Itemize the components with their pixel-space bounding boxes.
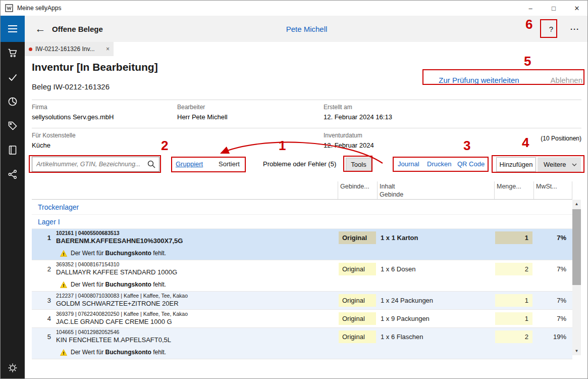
tab-strip: IW-0212-161326 Inv... × [25,42,588,56]
more-dropdown[interactable]: Weitere [538,157,581,172]
gebinde-cell[interactable]: Original [339,263,376,275]
window-title: Meine sellyApps [17,5,61,12]
article-code: 102161 | 04005500683513 [56,230,338,236]
scroll-up-icon[interactable]: ▲ [572,200,581,208]
bearbeiter-label: Bearbeiter [177,104,205,111]
unsaved-indicator-dot [29,48,32,51]
vertical-scrollbar[interactable]: ▲ ▼ [572,200,581,355]
row-number: 1 [32,234,55,242]
menge-cell[interactable]: 1 [495,312,532,325]
menge-cell[interactable]: 1 [495,231,532,244]
firma-value: sellysolutions Serv.ges.mbH [32,113,114,121]
inhalt-cell: 1 x 6 Flaschen [377,333,494,341]
table-row[interactable]: 1 102161 | 04005500683513 BAERENM.KAFFEE… [32,229,572,260]
table-header-row: Gebinde... Inhalt Gebinde Menge... MwSt.… [32,181,572,200]
chevron-down-icon [572,163,577,166]
document-tab[interactable]: IW-0212-161326 Inv... × [25,42,114,56]
pie-chart-icon[interactable] [7,96,18,107]
header-menge[interactable]: Menge... [494,181,533,199]
sorted-toggle[interactable]: Sortiert [219,160,240,168]
menge-cell[interactable]: 2 [495,263,532,275]
share-icon[interactable] [7,169,18,180]
inhalt-cell: 1 x 1 Karton [377,234,494,242]
menge-cell[interactable]: 1 [495,294,532,307]
scrollbar-thumb[interactable] [572,209,581,285]
tag-icon[interactable] [7,120,18,131]
qr-code-link[interactable]: QR Code [457,160,485,168]
search-input[interactable] [32,157,146,171]
row-number: 2 [32,265,55,273]
erstellt-label: Erstellt am [324,104,352,111]
minimize-button[interactable]: – [519,1,542,16]
warning-icon: ! [60,281,67,288]
inhalt-cell: 1 x 9 Packungen [377,315,494,322]
gebinde-cell[interactable]: Original [339,231,376,244]
tools-button[interactable]: Tools [346,158,371,171]
close-button[interactable]: ✕ [565,1,588,16]
check-icon[interactable] [7,72,18,83]
svg-text:!: ! [63,283,65,288]
print-link[interactable]: Drucken [427,160,451,168]
back-arrow-icon[interactable]: ← [33,23,48,35]
header-inhalt[interactable]: Inhalt Gebinde [377,181,494,199]
article-code: 212237 | 04008071030083 | Kaffee | Kaffe… [56,293,338,299]
divider [32,100,581,100]
row-warning: ! Der Wert für Buchungskonto fehlt. [32,278,572,291]
gebinde-cell[interactable]: Original [339,330,376,343]
tab-label: IW-0212-161326 Inv... [35,45,95,53]
article-name: KIN FENCHELTEE M.APFELSAFT0,5L [56,336,338,345]
row-number: 4 [32,315,55,322]
reject-button[interactable]: Ablehnen [551,76,582,84]
kostenstelle-value: Küche [32,141,50,149]
row-warning: ! Der Wert für Buchungskonto fehlt. [32,346,572,359]
gear-icon[interactable] [7,362,18,373]
problems-count[interactable]: Probleme oder Fehler (5) [263,160,336,168]
mwst-cell: 7% [533,234,572,242]
kostenstelle-label: Für Kostenstelle [32,132,76,139]
search-icon[interactable] [146,159,157,170]
user-name[interactable]: Pete Michell [25,25,588,33]
grouped-toggle[interactable]: Gruppiert [176,160,203,168]
mwst-cell: 7% [533,315,572,322]
header-mwst[interactable]: MwSt... [533,181,572,199]
table-row[interactable]: 3 212237 | 04008071030083 | Kaffee | Kaf… [32,292,572,310]
header-gebinde[interactable]: Gebinde... [338,181,377,199]
app-header: ← Offene Belege Pete Michell ? ··· [25,16,588,42]
group-header-trockenlager[interactable]: Trockenlager [32,200,572,215]
scroll-down-icon[interactable]: ▼ [572,347,581,355]
svg-text:!: ! [63,252,65,257]
warning-icon: ! [60,349,67,356]
header-spacer [32,181,338,199]
more-options-button[interactable]: ··· [567,22,582,36]
tab-close-icon[interactable]: × [106,45,110,53]
forward-for-review-button[interactable]: Zur Prüfung weiterleiten [439,76,519,84]
table-row[interactable]: 2 369352 | 04008167154310 DALLMAYR KAFFE… [32,260,572,292]
gebinde-cell[interactable]: Original [339,312,376,325]
table-row[interactable]: 4 369379 | 07622400820250 | Kaffee | Kaf… [32,310,572,328]
help-button[interactable]: ? [544,22,558,36]
bearbeiter-value: Herr Pete Michell [177,113,228,121]
gebinde-cell[interactable]: Original [339,294,376,307]
divider [32,128,581,128]
inhalt-cell: 1 x 24 Packungen [377,297,494,304]
add-button[interactable]: Hinzufügen [496,157,536,172]
main-content: Inventur [In Bearbeitung] Zur Prüfung we… [25,56,588,379]
article-name: DALLMAYR KAFFEE STANDARD 1000G [56,268,338,277]
menu-icon[interactable] [1,16,25,42]
cart-icon[interactable] [7,48,18,59]
inventurdatum-value: 12. Februar 2024 [324,141,374,149]
table-row[interactable]: 5 104665 | 04012982052546 KIN FENCHELTEE… [32,328,572,359]
search-input-container [32,157,159,172]
erstellt-value: 12. Februar 2024 16:13 [324,113,392,121]
maximize-button[interactable]: □ [542,1,565,16]
group-header-lager-1[interactable]: Lager I [32,215,572,229]
app-logo-icon [5,4,13,12]
journal-icon[interactable] [7,145,18,156]
journal-link[interactable]: Journal [398,160,419,168]
menge-cell[interactable]: 2 [495,330,532,343]
mwst-cell: 7% [533,265,572,273]
article-code: 369352 | 04008167154310 [56,261,338,268]
article-name: GOLDM SCHWARZTEE+ZITRONE 20ER [56,300,338,308]
positions-table: Gebinde... Inhalt Gebinde Menge... MwSt.… [32,181,572,359]
row-number: 5 [32,333,55,341]
